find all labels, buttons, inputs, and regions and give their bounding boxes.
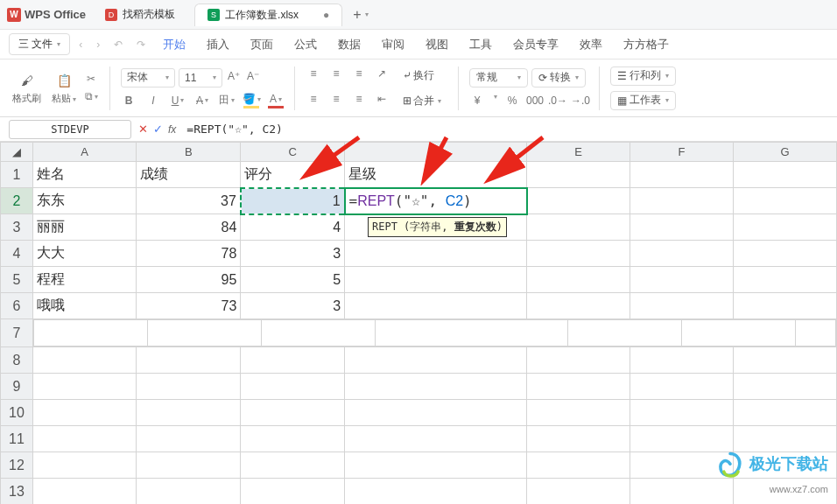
cell[interactable]: 95 [137,267,241,293]
row-header[interactable]: 1 [1,162,33,188]
merge-button[interactable]: ⊞合并▾ [397,91,447,111]
wrap-text-button[interactable]: ⤶换行 [397,66,440,86]
cell[interactable] [241,426,345,452]
cell[interactable] [345,479,527,505]
col-header-G[interactable]: G [733,143,836,162]
cell[interactable] [630,293,734,319]
cell[interactable]: 星级 [345,162,527,188]
cell[interactable] [733,241,836,267]
col-header-B[interactable]: B [137,143,241,162]
tab-more-dropdown-icon[interactable]: ▾ [365,10,369,18]
row-header[interactable]: 8 [1,347,33,374]
align-center-icon[interactable]: ≡ [328,91,344,107]
cell[interactable]: 3 [241,241,345,267]
cell[interactable] [32,400,137,426]
cell[interactable] [733,162,836,188]
fx-icon[interactable]: fx [168,123,176,136]
cell[interactable] [630,267,734,293]
cell[interactable] [733,426,836,452]
increase-font-icon[interactable]: A⁺ [226,68,242,84]
col-header-F[interactable]: F [630,143,734,162]
cell[interactable] [527,214,630,241]
menu-tools[interactable]: 工具 [461,34,501,55]
cell[interactable] [527,188,630,214]
cell[interactable] [527,479,630,505]
file-menu-button[interactable]: 三 文件 ▾ [9,33,70,55]
cell[interactable] [345,400,527,426]
cell[interactable] [733,293,836,319]
col-header-D[interactable]: D [345,143,527,162]
cell[interactable] [241,452,345,479]
cell[interactable] [137,374,241,400]
font-color-icon[interactable]: A▾ [268,93,284,108]
menu-efficiency[interactable]: 效率 [571,34,611,55]
cell[interactable] [345,293,527,319]
indent-icon[interactable]: ⇤ [374,91,390,107]
history-forward-icon[interactable]: › [91,38,105,51]
name-box[interactable]: STDEVP [9,120,131,139]
strike-icon[interactable]: A▾ [194,93,210,108]
cell[interactable] [733,214,836,241]
cell[interactable] [345,426,527,452]
cell[interactable] [630,188,734,214]
number-format-select[interactable]: 常规▾ [469,68,528,88]
cell[interactable] [375,320,567,346]
font-name-select[interactable]: 宋体▾ [121,68,175,88]
cell[interactable] [345,267,527,293]
cell[interactable] [345,347,527,374]
cell[interactable] [241,374,345,400]
cell[interactable] [527,162,630,188]
cell[interactable]: 成绩 [137,162,241,188]
bold-icon[interactable]: B [121,93,137,108]
align-middle-icon[interactable]: ≡ [328,66,344,81]
cell[interactable] [137,479,241,505]
row-header[interactable]: 7 [1,319,33,347]
underline-icon[interactable]: U▾ [170,93,186,108]
cell[interactable] [795,320,835,346]
cell[interactable]: 3 [241,293,345,319]
tab-add-button[interactable]: + [353,7,361,23]
copy-icon[interactable]: ⧉▾ [83,88,99,104]
menu-view[interactable]: 视图 [417,34,457,55]
cell[interactable] [733,374,836,400]
menu-data[interactable]: 数据 [329,34,369,55]
select-all-corner[interactable]: ◢ [1,143,33,162]
cell[interactable] [733,347,836,374]
row-col-button[interactable]: ☰行和列▾ [610,66,676,86]
cell[interactable] [241,347,345,374]
menu-member[interactable]: 会员专享 [504,34,567,55]
row-header[interactable]: 11 [1,426,33,452]
align-right-icon[interactable]: ≡ [351,91,367,107]
cell[interactable] [137,452,241,479]
format-painter-icon[interactable]: 🖌 [18,71,37,90]
row-header[interactable]: 13 [1,479,33,505]
cell[interactable] [630,214,734,241]
row-header[interactable]: 3 [1,214,33,241]
paste-icon[interactable]: 📋 [54,71,74,90]
cell[interactable] [527,241,630,267]
tab-workbook[interactable]: S 工作簿数量.xlsx ● [194,4,342,26]
cell[interactable] [527,267,630,293]
cell[interactable]: 37 [137,188,241,214]
cell[interactable]: 84 [137,214,241,241]
row-header[interactable]: 2 [1,188,33,214]
cell[interactable] [345,452,527,479]
formula-cancel-icon[interactable]: ✕ [138,122,148,136]
cell[interactable]: 东东 [32,188,137,214]
cell[interactable] [567,320,681,346]
menu-home[interactable]: 开始 [154,34,194,55]
comma-icon[interactable]: 000 [527,93,543,108]
percent-icon[interactable]: % [504,93,520,108]
cell[interactable]: 78 [137,241,241,267]
cell[interactable]: 哦哦 [32,293,137,319]
redo-icon[interactable]: ↷ [131,38,151,51]
menu-formula[interactable]: 公式 [285,34,326,55]
cell[interactable]: 程程 [32,267,137,293]
cell[interactable] [32,347,137,374]
cell[interactable] [527,374,630,400]
italic-icon[interactable]: I [145,93,161,108]
cell[interactable] [32,479,137,505]
decrease-font-icon[interactable]: A⁻ [245,68,261,84]
cell[interactable] [32,374,137,400]
cell[interactable] [137,400,241,426]
